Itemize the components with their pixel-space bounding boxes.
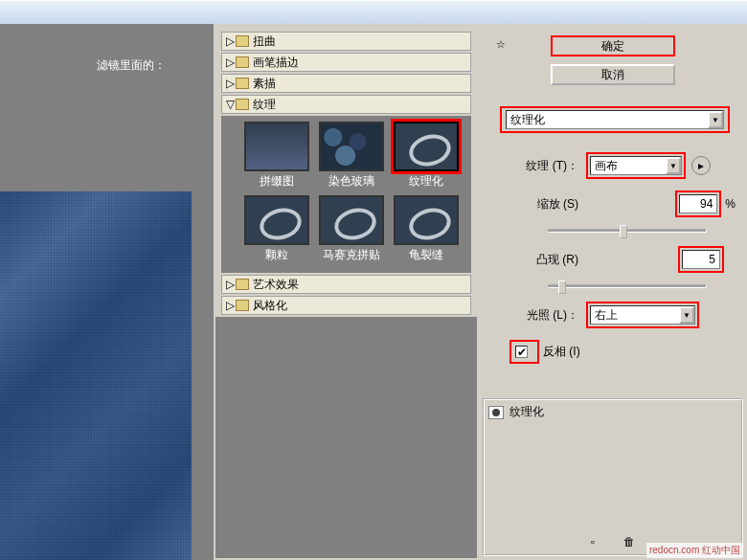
chevron-down-icon: ▼ xyxy=(679,306,694,324)
thumb-label: 颗粒 xyxy=(244,247,309,263)
category-stylize[interactable]: ▷ 风格化 xyxy=(221,296,471,315)
thumb-patchwork[interactable]: 拼缀图 xyxy=(244,122,309,190)
folder-icon xyxy=(236,35,249,47)
filter-name-select[interactable]: 纹理化 ▼ xyxy=(506,110,724,129)
folder-icon xyxy=(236,99,249,110)
chevron-right-icon: ▷ xyxy=(226,299,236,312)
preview-label: 滤镜里面的： xyxy=(0,24,214,74)
ok-button[interactable]: 确定 xyxy=(551,35,675,56)
category-label: 纹理 xyxy=(253,97,276,113)
category-texture[interactable]: ▽ 纹理 xyxy=(221,95,471,114)
relief-slider[interactable] xyxy=(548,284,707,288)
scale-slider[interactable] xyxy=(548,229,707,233)
invert-checkbox[interactable]: ✔ xyxy=(515,346,528,358)
visibility-eye-icon[interactable] xyxy=(488,406,504,419)
chevron-down-icon: ▼ xyxy=(708,111,723,128)
thumb-label: 马赛克拼贴 xyxy=(319,247,384,263)
thumb-label: 染色玻璃 xyxy=(319,173,384,190)
category-distort[interactable]: ▷ 扭曲 xyxy=(221,32,471,51)
texture-value: 画布 xyxy=(591,158,666,174)
light-label: 光照 (L)： xyxy=(490,307,586,324)
watermark: redocn.com 红动中国 xyxy=(646,543,743,558)
folder-icon xyxy=(236,279,249,290)
new-effect-icon[interactable]: ▫ xyxy=(591,535,595,549)
category-label: 画笔描边 xyxy=(253,55,299,71)
effect-name: 纹理化 xyxy=(509,404,544,420)
thumb-grain[interactable]: 颗粒 xyxy=(244,195,309,263)
chevron-down-icon: ▼ xyxy=(666,157,681,174)
texture-thumb-grid: 拼缀图 染色玻璃 纹理化 颗粒 马赛克拼贴 龟裂缝 xyxy=(221,116,471,273)
delete-effect-icon[interactable]: 🗑 xyxy=(623,535,635,549)
invert-label: 反相 (I) xyxy=(543,344,580,360)
chevron-right-icon: ▷ xyxy=(226,56,236,69)
category-sketch[interactable]: ▷ 素描 xyxy=(221,74,471,93)
folder-icon xyxy=(236,78,249,89)
scale-input[interactable]: 94 xyxy=(679,194,717,213)
thumb-label: 拼缀图 xyxy=(244,173,309,190)
category-label: 艺术效果 xyxy=(253,277,299,293)
folder-icon xyxy=(236,300,249,311)
filter-settings-panel: ☆ 确定 取消 纹理化 ▼ 纹理 (T)： 画布 ▼ ▸ 缩放 (S) 94 %… xyxy=(479,24,747,560)
filter-name-value: 纹理化 xyxy=(507,112,708,128)
relief-input[interactable]: 5 xyxy=(682,250,720,269)
thumb-stained-glass[interactable]: 染色玻璃 xyxy=(319,122,384,190)
category-label: 扭曲 xyxy=(253,34,276,50)
scale-label: 缩放 (S) xyxy=(490,196,586,213)
category-artistic[interactable]: ▷ 艺术效果 xyxy=(221,275,471,294)
chevron-right-icon: ▷ xyxy=(226,77,236,90)
preview-panel: 滤镜里面的： xyxy=(0,24,215,560)
relief-label: 凸现 (R) xyxy=(490,252,586,268)
chevron-right-icon: ▷ xyxy=(226,34,236,48)
chevron-down-icon: ▽ xyxy=(226,98,236,111)
load-texture-button[interactable]: ▸ xyxy=(691,156,711,175)
category-brush-strokes[interactable]: ▷ 画笔描边 xyxy=(221,53,471,72)
category-label: 素描 xyxy=(253,76,276,92)
effects-layer-panel: 纹理化 ▫ 🗑 xyxy=(483,398,743,556)
folder-icon xyxy=(236,56,249,68)
texture-type-select[interactable]: 画布 ▼ xyxy=(590,156,682,175)
thumb-craquelure[interactable]: 龟裂缝 xyxy=(394,195,459,263)
light-value: 右上 xyxy=(591,307,679,324)
chevron-right-icon: ▷ xyxy=(226,278,236,291)
thumb-label: 纹理化 xyxy=(394,173,459,190)
collapse-icon[interactable]: ☆ xyxy=(496,38,506,51)
cancel-button[interactable]: 取消 xyxy=(551,64,675,85)
thumb-mosaic-tiles[interactable]: 马赛克拼贴 xyxy=(319,195,384,263)
filter-preview-image xyxy=(0,191,192,560)
thumb-texturizer[interactable]: 纹理化 xyxy=(394,122,459,190)
texture-label: 纹理 (T)： xyxy=(490,158,586,174)
category-label: 风格化 xyxy=(253,298,287,314)
filter-category-panel: ▷ 扭曲 ▷ 画笔描边 ▷ 素描 ▽ 纹理 拼缀图 染色玻璃 纹理化 颗粒 xyxy=(215,24,479,560)
light-direction-select[interactable]: 右上 ▼ xyxy=(590,305,695,325)
thumb-label: 龟裂缝 xyxy=(394,247,459,263)
